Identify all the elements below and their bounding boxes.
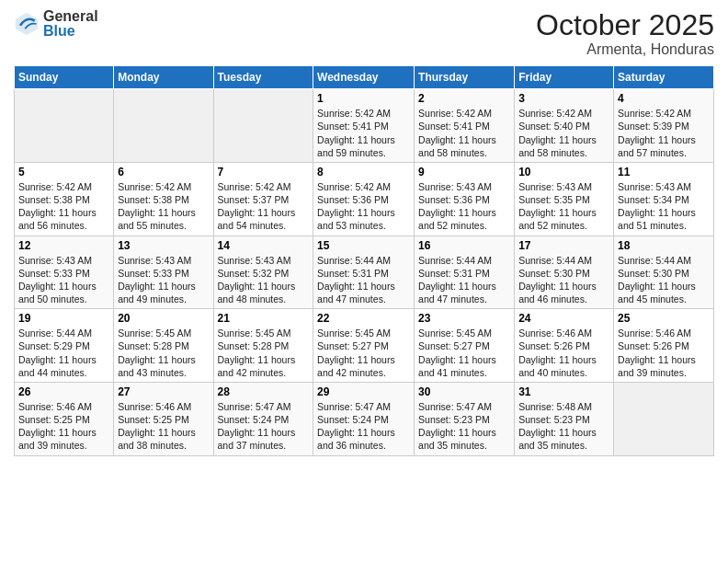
day-number: 7 — [218, 166, 310, 178]
calendar-cell: 4Sunrise: 5:42 AM Sunset: 5:39 PM Daylig… — [614, 89, 714, 163]
calendar-cell — [114, 89, 213, 163]
day-info: Sunrise: 5:43 AM Sunset: 5:33 PM Dayligh… — [118, 254, 209, 306]
month-title: October 2025 — [536, 9, 714, 41]
col-header-monday: Monday — [114, 66, 213, 89]
day-number: 11 — [618, 166, 710, 178]
logo-text: General Blue — [43, 9, 98, 39]
day-info: Sunrise: 5:46 AM Sunset: 5:26 PM Dayligh… — [518, 327, 609, 379]
day-number: 30 — [418, 385, 510, 398]
day-info: Sunrise: 5:42 AM Sunset: 5:40 PM Dayligh… — [518, 107, 609, 159]
calendar-cell: 26Sunrise: 5:46 AM Sunset: 5:25 PM Dayli… — [15, 382, 114, 455]
day-info: Sunrise: 5:44 AM Sunset: 5:29 PM Dayligh… — [18, 327, 109, 379]
day-info: Sunrise: 5:42 AM Sunset: 5:39 PM Dayligh… — [618, 107, 710, 159]
day-info: Sunrise: 5:45 AM Sunset: 5:27 PM Dayligh… — [418, 327, 510, 379]
calendar-week-row: 19Sunrise: 5:44 AM Sunset: 5:29 PM Dayli… — [15, 309, 714, 383]
day-number: 16 — [418, 239, 510, 252]
calendar-week-row: 12Sunrise: 5:43 AM Sunset: 5:33 PM Dayli… — [15, 236, 714, 309]
calendar-cell: 3Sunrise: 5:42 AM Sunset: 5:40 PM Daylig… — [515, 89, 614, 163]
day-info: Sunrise: 5:45 AM Sunset: 5:28 PM Dayligh… — [218, 327, 310, 379]
calendar-cell: 9Sunrise: 5:43 AM Sunset: 5:36 PM Daylig… — [415, 162, 515, 236]
calendar-cell: 12Sunrise: 5:43 AM Sunset: 5:33 PM Dayli… — [15, 236, 114, 309]
day-info: Sunrise: 5:43 AM Sunset: 5:32 PM Dayligh… — [218, 254, 310, 306]
day-number: 17 — [518, 239, 609, 252]
calendar-cell: 13Sunrise: 5:43 AM Sunset: 5:33 PM Dayli… — [114, 236, 213, 309]
day-number: 18 — [618, 239, 710, 252]
col-header-tuesday: Tuesday — [213, 66, 313, 89]
day-number: 15 — [317, 239, 410, 252]
logo-blue-text: Blue — [43, 24, 98, 39]
calendar-cell: 15Sunrise: 5:44 AM Sunset: 5:31 PM Dayli… — [313, 236, 415, 309]
calendar-cell: 7Sunrise: 5:42 AM Sunset: 5:37 PM Daylig… — [213, 162, 313, 236]
calendar-cell — [614, 382, 714, 455]
day-info: Sunrise: 5:44 AM Sunset: 5:30 PM Dayligh… — [618, 254, 710, 306]
day-info: Sunrise: 5:47 AM Sunset: 5:24 PM Dayligh… — [317, 400, 410, 453]
day-number: 29 — [317, 385, 410, 398]
day-info: Sunrise: 5:47 AM Sunset: 5:24 PM Dayligh… — [218, 400, 310, 453]
calendar-cell: 11Sunrise: 5:43 AM Sunset: 5:34 PM Dayli… — [614, 162, 714, 236]
page: General Blue October 2025 Armenta, Hondu… — [0, 0, 728, 563]
day-number: 24 — [518, 312, 609, 325]
day-info: Sunrise: 5:46 AM Sunset: 5:26 PM Dayligh… — [618, 327, 710, 379]
day-info: Sunrise: 5:42 AM Sunset: 5:38 PM Dayligh… — [118, 180, 209, 233]
day-number: 31 — [518, 385, 609, 398]
calendar-cell: 23Sunrise: 5:45 AM Sunset: 5:27 PM Dayli… — [415, 309, 515, 383]
day-info: Sunrise: 5:42 AM Sunset: 5:36 PM Dayligh… — [317, 180, 410, 233]
col-header-wednesday: Wednesday — [313, 66, 415, 89]
calendar-cell: 18Sunrise: 5:44 AM Sunset: 5:30 PM Dayli… — [614, 236, 714, 309]
day-number: 28 — [218, 385, 310, 398]
header: General Blue October 2025 Armenta, Hondu… — [14, 9, 714, 58]
calendar-cell: 30Sunrise: 5:47 AM Sunset: 5:23 PM Dayli… — [415, 382, 515, 455]
day-info: Sunrise: 5:47 AM Sunset: 5:23 PM Dayligh… — [418, 400, 510, 453]
logo-general-text: General — [43, 9, 98, 24]
day-info: Sunrise: 5:42 AM Sunset: 5:37 PM Dayligh… — [218, 180, 310, 233]
calendar-cell — [213, 89, 313, 163]
col-header-sunday: Sunday — [15, 66, 114, 89]
calendar-cell: 31Sunrise: 5:48 AM Sunset: 5:23 PM Dayli… — [515, 382, 614, 455]
day-number: 1 — [317, 92, 410, 105]
calendar-cell: 14Sunrise: 5:43 AM Sunset: 5:32 PM Dayli… — [213, 236, 313, 309]
calendar-cell: 24Sunrise: 5:46 AM Sunset: 5:26 PM Dayli… — [515, 309, 614, 383]
calendar-cell: 21Sunrise: 5:45 AM Sunset: 5:28 PM Dayli… — [213, 309, 313, 383]
day-number: 20 — [118, 312, 209, 325]
day-info: Sunrise: 5:42 AM Sunset: 5:41 PM Dayligh… — [317, 107, 410, 159]
day-number: 3 — [518, 92, 609, 105]
day-number: 27 — [118, 385, 209, 398]
day-number: 13 — [118, 239, 209, 252]
day-number: 14 — [218, 239, 310, 252]
day-number: 21 — [218, 312, 310, 325]
day-number: 22 — [317, 312, 410, 325]
day-info: Sunrise: 5:43 AM Sunset: 5:34 PM Dayligh… — [618, 180, 710, 233]
day-info: Sunrise: 5:44 AM Sunset: 5:31 PM Dayligh… — [317, 254, 410, 306]
calendar-cell — [15, 89, 114, 163]
day-info: Sunrise: 5:43 AM Sunset: 5:36 PM Dayligh… — [418, 180, 510, 233]
calendar-cell: 8Sunrise: 5:42 AM Sunset: 5:36 PM Daylig… — [313, 162, 415, 236]
calendar-cell: 10Sunrise: 5:43 AM Sunset: 5:35 PM Dayli… — [515, 162, 614, 236]
calendar-cell: 29Sunrise: 5:47 AM Sunset: 5:24 PM Dayli… — [313, 382, 415, 455]
calendar-week-row: 26Sunrise: 5:46 AM Sunset: 5:25 PM Dayli… — [15, 382, 714, 455]
day-info: Sunrise: 5:42 AM Sunset: 5:41 PM Dayligh… — [418, 107, 510, 159]
day-info: Sunrise: 5:43 AM Sunset: 5:33 PM Dayligh… — [18, 254, 109, 306]
day-info: Sunrise: 5:43 AM Sunset: 5:35 PM Dayligh… — [518, 180, 609, 233]
calendar-cell: 17Sunrise: 5:44 AM Sunset: 5:30 PM Dayli… — [515, 236, 614, 309]
logo: General Blue — [14, 9, 98, 39]
day-number: 9 — [418, 166, 510, 178]
col-header-friday: Friday — [515, 66, 614, 89]
day-number: 8 — [317, 166, 410, 178]
calendar-cell: 27Sunrise: 5:46 AM Sunset: 5:25 PM Dayli… — [114, 382, 213, 455]
day-info: Sunrise: 5:48 AM Sunset: 5:23 PM Dayligh… — [518, 400, 609, 453]
col-header-saturday: Saturday — [614, 66, 714, 89]
day-number: 23 — [418, 312, 510, 325]
day-number: 26 — [18, 385, 109, 398]
calendar-cell: 19Sunrise: 5:44 AM Sunset: 5:29 PM Dayli… — [15, 309, 114, 383]
title-block: October 2025 Armenta, Honduras — [536, 9, 714, 58]
calendar-cell: 28Sunrise: 5:47 AM Sunset: 5:24 PM Dayli… — [213, 382, 313, 455]
calendar-cell: 2Sunrise: 5:42 AM Sunset: 5:41 PM Daylig… — [415, 89, 515, 163]
day-info: Sunrise: 5:44 AM Sunset: 5:31 PM Dayligh… — [418, 254, 510, 306]
col-header-thursday: Thursday — [415, 66, 515, 89]
calendar-cell: 6Sunrise: 5:42 AM Sunset: 5:38 PM Daylig… — [114, 162, 213, 236]
location-title: Armenta, Honduras — [536, 41, 714, 58]
logo-icon — [14, 11, 40, 37]
calendar-cell: 22Sunrise: 5:45 AM Sunset: 5:27 PM Dayli… — [313, 309, 415, 383]
calendar-cell: 16Sunrise: 5:44 AM Sunset: 5:31 PM Dayli… — [415, 236, 515, 309]
day-info: Sunrise: 5:45 AM Sunset: 5:28 PM Dayligh… — [118, 327, 209, 379]
